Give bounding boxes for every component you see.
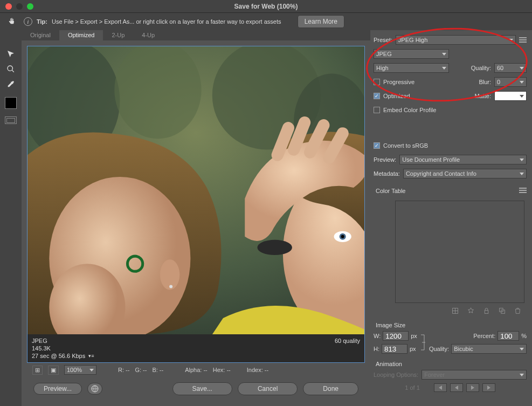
tip-bar: i Tip: Use File > Export > Export As... …	[0, 13, 532, 30]
cancel-button[interactable]: Cancel	[238, 382, 298, 395]
quality-preset-dropdown[interactable]: High	[374, 63, 449, 73]
tab-4up[interactable]: 4-Up	[133, 30, 163, 40]
status-b: B: --	[152, 367, 163, 373]
quality-field[interactable]: 60	[494, 63, 527, 73]
slice-select-tool[interactable]	[4, 49, 17, 59]
eyedropper-color[interactable]	[5, 97, 17, 109]
status-g: G: --	[135, 367, 147, 373]
preset-dropdown[interactable]: JPEG High	[396, 35, 516, 45]
trash-icon[interactable]	[514, 307, 521, 314]
optimized-checkbox[interactable]	[374, 93, 380, 99]
width-field[interactable]	[383, 331, 409, 341]
preview-tabs: Original Optimized 2-Up 4-Up	[22, 30, 370, 40]
optimized-label: Optimized	[383, 93, 410, 99]
convert-srgb-label: Convert to sRGB	[383, 142, 428, 149]
actual-icon[interactable]: ▣	[48, 366, 59, 375]
image-preview[interactable]: JPEG 60 quality 145.3K 27 sec @ 56.6 Kbp…	[27, 46, 365, 363]
looping-label: Looping Options:	[374, 371, 418, 378]
w-px: px	[411, 333, 417, 339]
color-table-label: Color Table	[376, 188, 405, 194]
info-icon: i	[24, 17, 32, 26]
learn-more-button[interactable]: Learn More	[298, 15, 344, 28]
preview-menu-icon[interactable]: ▾≡	[88, 353, 94, 359]
progressive-label: Progressive	[383, 79, 414, 85]
first-frame-button	[434, 383, 447, 392]
preview-profile-dropdown[interactable]: Use Document Profile	[399, 155, 527, 164]
next-frame-button	[466, 383, 479, 392]
status-alpha: Alpha: --	[185, 367, 208, 373]
preview-format: JPEG	[32, 338, 47, 344]
animation-header: Animation	[376, 361, 527, 367]
zoom-tool[interactable]	[4, 64, 17, 74]
preview-filesize: 145.3K	[32, 345, 360, 352]
metadata-label: Metadata:	[374, 170, 400, 177]
blur-label: Blur:	[479, 79, 491, 85]
status-hex: Hex: --	[213, 367, 231, 373]
svg-point-8	[160, 259, 179, 290]
ct-icon-2[interactable]	[467, 307, 474, 314]
constrain-proportions-icon[interactable]	[419, 333, 427, 352]
done-button[interactable]: Done	[303, 382, 358, 395]
image-size-header: Image Size	[376, 322, 527, 328]
ct-icon-4[interactable]	[499, 307, 506, 314]
metadata-dropdown[interactable]: Copyright and Contact Info	[403, 169, 527, 178]
left-toolbar	[0, 30, 22, 406]
window-title: Save for Web (100%)	[0, 3, 532, 10]
preview-download-time: 27 sec @ 56.6 Kbps	[32, 353, 85, 359]
percent-field[interactable]	[498, 331, 519, 341]
format-dropdown[interactable]: JPEG	[374, 49, 449, 59]
color-table	[395, 201, 524, 303]
settings-panel: Preset: JPEG High JPEG High Quality: 60 …	[370, 30, 532, 406]
progressive-checkbox[interactable]	[374, 79, 380, 85]
percent-label: Percent:	[473, 333, 495, 339]
quality-label: Quality:	[471, 65, 491, 71]
h-px: px	[410, 346, 416, 352]
embed-profile-label: Embed Color Profile	[383, 107, 436, 113]
eyedropper-tool[interactable]	[4, 79, 17, 90]
svg-point-14	[257, 240, 292, 255]
convert-srgb-checkbox[interactable]	[374, 142, 380, 149]
zoom-select[interactable]: 100%	[64, 365, 96, 375]
toggle-slices-visibility[interactable]	[5, 116, 17, 124]
tab-optimized[interactable]: Optimized	[59, 30, 103, 40]
svg-point-9	[169, 285, 172, 288]
fit-icon[interactable]: ⊞	[32, 366, 43, 375]
svg-rect-17	[485, 311, 488, 314]
color-table-menu-icon[interactable]	[519, 188, 527, 193]
preview-info: JPEG 60 quality 145.3K 27 sec @ 56.6 Kbp…	[27, 334, 364, 362]
tab-original[interactable]: Original	[22, 30, 59, 40]
resize-quality-label: Quality:	[429, 346, 449, 352]
preview-quality: 60 quality	[335, 338, 360, 344]
browser-preview-button[interactable]	[87, 383, 102, 395]
matte-label: Matte:	[474, 93, 491, 99]
color-table-icons	[374, 305, 527, 316]
preset-menu-icon[interactable]	[519, 37, 527, 43]
prev-frame-button	[450, 383, 463, 392]
lock-icon[interactable]	[483, 307, 490, 314]
percent-sym: %	[521, 333, 527, 339]
status-bar: ⊞ ▣ 100% R: -- G: -- B: -- Alpha: -- Hex…	[27, 363, 365, 377]
last-frame-button	[482, 383, 495, 392]
save-button[interactable]: Save...	[172, 382, 232, 395]
matte-color[interactable]	[494, 91, 527, 101]
svg-point-13	[341, 235, 344, 238]
tab-2up[interactable]: 2-Up	[103, 30, 133, 40]
resize-quality-dropdown[interactable]: Bicubic	[451, 344, 527, 354]
tip-label: Tip:	[37, 18, 47, 25]
hand-tool[interactable]	[5, 16, 18, 27]
height-field[interactable]	[382, 344, 407, 354]
embed-profile-checkbox[interactable]	[374, 107, 380, 113]
bottom-bar: Preview... Save... Cancel Done	[27, 377, 365, 401]
looping-dropdown: Forever	[422, 370, 527, 380]
preview-button[interactable]: Preview...	[33, 383, 82, 395]
blur-field[interactable]: 0	[494, 77, 527, 87]
preview-image	[27, 46, 364, 334]
tip-text: Use File > Export > Export As... or righ…	[52, 18, 281, 25]
w-label: W:	[374, 333, 381, 339]
status-r: R: --	[118, 367, 129, 373]
preview-profile-label: Preview:	[374, 156, 396, 163]
status-index: Index: --	[247, 367, 268, 373]
preset-label: Preset:	[374, 37, 392, 43]
ct-icon-1[interactable]	[452, 307, 459, 314]
h-label: H:	[374, 346, 379, 352]
